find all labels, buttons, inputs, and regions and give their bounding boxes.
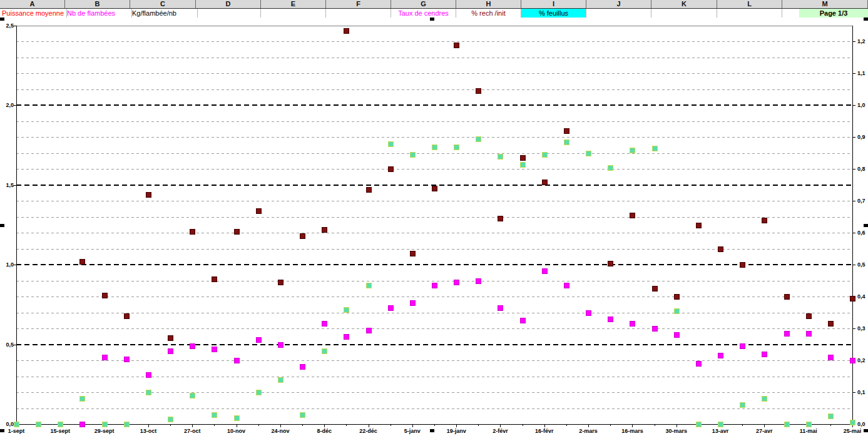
- data-point-nb-de-flambées[interactable]: [696, 361, 702, 367]
- data-point-nb-de-flambées[interactable]: [828, 355, 834, 360]
- data-point-feuillus[interactable]: [454, 144, 459, 150]
- data-point-puissance-moyenne[interactable]: [806, 313, 812, 319]
- data-point-feuillus[interactable]: [806, 422, 812, 427]
- data-point-feuillus[interactable]: [674, 308, 680, 314]
- data-point-feuillus[interactable]: [850, 420, 855, 425]
- data-point-nb-de-flambées[interactable]: [344, 334, 349, 340]
- legend-nb-de-flambees[interactable]: Nb de flambées: [65, 9, 132, 18]
- data-point-feuillus[interactable]: [520, 162, 526, 168]
- data-point-nb-de-flambées[interactable]: [124, 357, 130, 362]
- data-point-puissance-moyenne[interactable]: [322, 227, 327, 233]
- chart-selection-handle[interactable]: [864, 18, 868, 21]
- data-point-nb-de-flambées[interactable]: [850, 358, 855, 363]
- column-header-i[interactable]: I: [521, 0, 586, 8]
- column-header-b[interactable]: B: [65, 0, 130, 8]
- data-point-nb-de-flambées[interactable]: [806, 331, 812, 337]
- data-point-nb-de-flambées[interactable]: [652, 326, 658, 332]
- legend-empty-cell-e[interactable]: [261, 9, 326, 18]
- data-point-puissance-moyenne[interactable]: [366, 187, 372, 193]
- data-point-puissance-moyenne[interactable]: [146, 192, 151, 198]
- legend-rech-init[interactable]: % rech /init: [456, 9, 521, 18]
- embedded-scatter-chart[interactable]: 0,00,51,01,52,02,50,00,10,20,30,40,50,60…: [0, 18, 868, 436]
- data-point-puissance-moyenne[interactable]: [630, 213, 635, 218]
- legend-kg-flambee-nb[interactable]: Kg/flambée/nb: [130, 9, 198, 18]
- data-point-nb-de-flambées[interactable]: [762, 352, 767, 357]
- data-point-feuillus[interactable]: [762, 396, 767, 402]
- data-point-feuillus[interactable]: [366, 283, 372, 288]
- data-point-puissance-moyenne[interactable]: [79, 259, 85, 265]
- chart-selection-handle[interactable]: [0, 18, 4, 21]
- data-point-puissance-moyenne[interactable]: [190, 229, 195, 235]
- legend-taux-de-cendres[interactable]: Taux de cendres: [391, 9, 456, 18]
- data-point-nb-de-flambées[interactable]: [674, 332, 680, 338]
- column-header-f[interactable]: F: [326, 0, 391, 8]
- data-point-feuillus[interactable]: [828, 413, 834, 419]
- data-point-feuillus[interactable]: [630, 148, 635, 153]
- data-point-feuillus[interactable]: [410, 152, 416, 158]
- data-point-puissance-moyenne[interactable]: [256, 208, 262, 214]
- data-point-puissance-moyenne[interactable]: [410, 251, 416, 256]
- data-point-nb-de-flambées[interactable]: [190, 343, 195, 349]
- data-point-feuillus[interactable]: [212, 412, 217, 418]
- data-point-puissance-moyenne[interactable]: [828, 321, 834, 327]
- chart-selection-handle[interactable]: [430, 18, 434, 21]
- chart-selection-handle[interactable]: [0, 429, 4, 432]
- data-point-feuillus[interactable]: [58, 422, 63, 427]
- chart-selection-handle[interactable]: [430, 429, 434, 432]
- data-point-feuillus[interactable]: [168, 417, 173, 422]
- data-point-feuillus[interactable]: [234, 415, 240, 421]
- data-point-nb-de-flambées[interactable]: [256, 337, 262, 343]
- data-point-feuillus[interactable]: [102, 422, 108, 427]
- data-point-puissance-moyenne[interactable]: [124, 313, 130, 319]
- column-header-m[interactable]: M: [782, 0, 868, 8]
- data-point-nb-de-flambées[interactable]: [542, 268, 548, 274]
- data-point-nb-de-flambées[interactable]: [586, 310, 591, 316]
- data-point-feuillus[interactable]: [652, 146, 658, 151]
- data-point-puissance-moyenne[interactable]: [102, 293, 108, 298]
- data-point-puissance-moyenne[interactable]: [212, 276, 217, 282]
- legend-empty-cell-d[interactable]: [196, 9, 261, 18]
- data-point-nb-de-flambées[interactable]: [564, 283, 569, 288]
- data-point-feuillus[interactable]: [124, 422, 130, 427]
- data-point-nb-de-flambées[interactable]: [146, 372, 151, 378]
- data-point-nb-de-flambées[interactable]: [388, 305, 394, 311]
- legend-puissance-moyenne[interactable]: Puissance moyenne: [0, 9, 67, 18]
- data-point-puissance-moyenne[interactable]: [476, 88, 481, 94]
- data-point-feuillus[interactable]: [300, 412, 305, 418]
- data-point-nb-de-flambées[interactable]: [520, 318, 526, 323]
- column-header-l[interactable]: L: [717, 0, 782, 8]
- data-point-nb-de-flambées[interactable]: [476, 278, 481, 284]
- data-point-puissance-moyenne[interactable]: [498, 216, 503, 221]
- data-point-puissance-moyenne[interactable]: [542, 180, 548, 185]
- data-point-feuillus[interactable]: [740, 402, 745, 408]
- data-point-feuillus[interactable]: [278, 377, 283, 383]
- data-point-nb-de-flambées[interactable]: [498, 305, 503, 311]
- data-point-nb-de-flambées[interactable]: [410, 300, 416, 306]
- column-header-g[interactable]: G: [391, 0, 456, 8]
- right-value-axis[interactable]: [852, 26, 853, 424]
- data-point-puissance-moyenne[interactable]: [300, 233, 305, 239]
- column-header-a[interactable]: A: [0, 0, 65, 8]
- chart-selection-handle[interactable]: [864, 224, 868, 227]
- data-point-feuillus[interactable]: [476, 136, 481, 142]
- column-header-h[interactable]: H: [456, 0, 521, 8]
- data-point-puissance-moyenne[interactable]: [674, 294, 680, 300]
- data-point-puissance-moyenne[interactable]: [388, 166, 394, 172]
- data-point-nb-de-flambées[interactable]: [718, 353, 723, 358]
- data-point-nb-de-flambées[interactable]: [234, 358, 240, 363]
- data-point-feuillus[interactable]: [586, 151, 591, 156]
- data-point-feuillus[interactable]: [79, 396, 85, 402]
- data-point-feuillus[interactable]: [388, 141, 394, 147]
- data-point-puissance-moyenne[interactable]: [608, 261, 613, 266]
- data-point-feuillus[interactable]: [564, 139, 569, 145]
- legend-empty-cell-f[interactable]: [326, 9, 391, 18]
- data-point-nb-de-flambées[interactable]: [212, 347, 217, 352]
- left-value-axis[interactable]: [16, 26, 17, 424]
- data-point-puissance-moyenne[interactable]: [454, 43, 459, 48]
- column-header-k[interactable]: K: [651, 0, 717, 8]
- data-point-feuillus[interactable]: [36, 422, 41, 427]
- legend-feuillus[interactable]: % feuillus: [521, 9, 586, 18]
- data-point-nb-de-flambées[interactable]: [784, 331, 790, 337]
- data-point-nb-de-flambées[interactable]: [278, 342, 283, 348]
- column-header-e[interactable]: E: [261, 0, 326, 8]
